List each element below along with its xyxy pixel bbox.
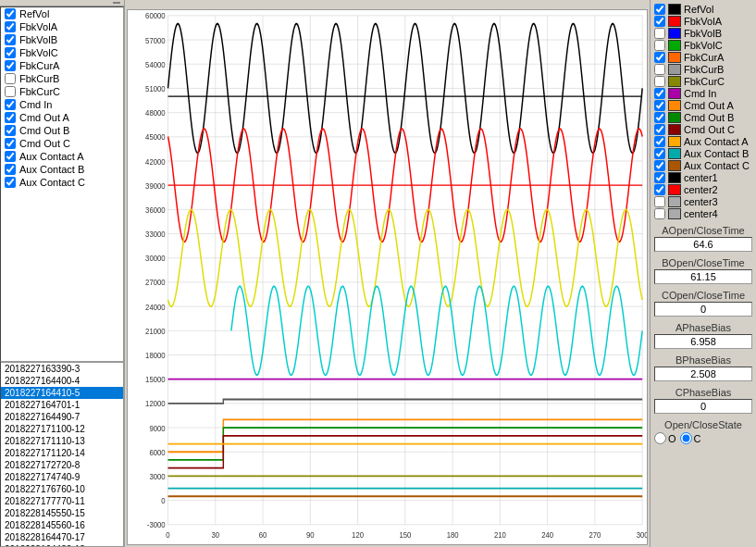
svg-rect-0 [128, 10, 647, 544]
legend-item[interactable]: FbkCurC [654, 76, 752, 87]
legend-item[interactable]: center3 [654, 196, 752, 207]
file-item[interactable]: 2018227176760-10 [1, 483, 123, 495]
field-section: AOpen/CloseTime64.6 [654, 225, 752, 252]
svg-text:48000: 48000 [145, 107, 166, 118]
file-item[interactable]: 2018227171120-14 [1, 447, 123, 459]
svg-text:90: 90 [306, 529, 315, 540]
field-section: APhaseBias6.958 [654, 322, 752, 349]
svg-text:42000: 42000 [145, 156, 166, 167]
collapse-button[interactable] [113, 2, 120, 4]
channel-item[interactable]: FbkVolB [1, 33, 123, 46]
svg-text:0: 0 [166, 529, 169, 540]
field-value[interactable]: 64.6 [654, 237, 752, 252]
channels-header [0, 0, 124, 6]
legend-item[interactable]: center2 [654, 184, 752, 195]
legend-item[interactable]: FbkVolB [654, 28, 752, 39]
svg-text:21000: 21000 [145, 326, 166, 336]
svg-text:300: 300 [637, 529, 647, 540]
legend-item[interactable]: Cmd Out A [654, 100, 752, 111]
field-section: BPhaseBias2.508 [654, 354, 752, 381]
file-item[interactable]: 2018228145550-15 [1, 507, 123, 519]
file-item[interactable]: 2018227164490-7 [1, 411, 123, 423]
svg-text:60: 60 [259, 529, 267, 540]
legend-item[interactable]: Aux Contact B [654, 148, 752, 159]
file-list: 2018227163390-32018227164400-42018227164… [0, 362, 124, 547]
svg-text:0: 0 [161, 495, 165, 505]
legend-item[interactable]: Cmd Out C [654, 124, 752, 135]
field-section: BOpen/CloseTime61.15 [654, 257, 752, 284]
file-item[interactable]: 2018228164480-18 [1, 543, 123, 547]
legend: RefVolFbkVolAFbkVolBFbkVolCFbkCurAFbkCur… [654, 4, 752, 219]
field-value[interactable]: 61.15 [654, 269, 752, 284]
channel-item[interactable]: Aux Contact A [1, 150, 123, 163]
field-value[interactable]: 6.958 [654, 334, 752, 349]
file-item[interactable]: 2018227164701-1 [1, 399, 123, 411]
legend-item[interactable]: center1 [654, 172, 752, 183]
channel-item[interactable]: Aux Contact B [1, 163, 123, 176]
channel-item[interactable]: FbkCurA [1, 59, 123, 72]
chart-title [125, 0, 650, 7]
chart-wrapper[interactable]: 6000057000540005100048000450004200039000… [127, 9, 648, 545]
legend-item[interactable]: RefVol [654, 4, 752, 15]
svg-text:51000: 51000 [145, 83, 166, 93]
svg-text:36000: 36000 [145, 205, 166, 215]
channel-item[interactable]: Aux Contact C [1, 176, 123, 189]
svg-text:6000: 6000 [149, 447, 165, 457]
file-item[interactable]: 2018227164410-5 [1, 387, 123, 399]
file-item[interactable]: 2018228145560-16 [1, 519, 123, 531]
file-item[interactable]: 2018227172720-8 [1, 459, 123, 471]
svg-text:15000: 15000 [145, 374, 166, 384]
channel-item[interactable]: FbkVolC [1, 46, 123, 59]
file-item[interactable]: 2018227177770-11 [1, 495, 123, 507]
legend-item[interactable]: Cmd In [654, 88, 752, 99]
svg-text:60000: 60000 [145, 11, 166, 21]
field-section: CPhaseBias0 [654, 387, 752, 414]
legend-item[interactable]: FbkCurB [654, 64, 752, 75]
svg-text:3000: 3000 [149, 471, 165, 481]
svg-text:18000: 18000 [145, 350, 166, 360]
channels-list: RefVolFbkVolAFbkVolBFbkVolCFbkCurAFbkCur… [0, 6, 124, 362]
file-item[interactable]: 2018227171100-12 [1, 423, 123, 435]
svg-text:30: 30 [211, 529, 219, 540]
channel-item[interactable]: FbkVolA [1, 20, 123, 33]
svg-text:12000: 12000 [145, 399, 166, 409]
svg-text:24000: 24000 [145, 302, 166, 312]
channel-item[interactable]: RefVol [1, 7, 123, 20]
svg-text:39000: 39000 [145, 180, 166, 191]
svg-text:27000: 27000 [145, 278, 166, 288]
field-value[interactable]: 0 [654, 399, 752, 414]
open-close-state-section: Open/CloseStateOC [654, 419, 752, 444]
svg-text:-3000: -3000 [147, 520, 166, 530]
legend-item[interactable]: FbkVolA [654, 16, 752, 27]
channel-item[interactable]: FbkCurC [1, 85, 123, 98]
field-value[interactable]: 0 [654, 302, 752, 317]
svg-text:240: 240 [541, 529, 553, 540]
channel-item[interactable]: Cmd Out A [1, 111, 123, 124]
channel-item[interactable]: Cmd Out C [1, 137, 123, 150]
right-panel: RefVolFbkVolAFbkVolBFbkVolCFbkCurAFbkCur… [650, 0, 756, 547]
svg-text:150: 150 [399, 529, 411, 540]
svg-text:9000: 9000 [149, 423, 165, 433]
legend-item[interactable]: Aux Contact C [654, 160, 752, 171]
channel-item[interactable]: FbkCurB [1, 72, 123, 85]
file-item[interactable]: 2018227164400-4 [1, 375, 123, 387]
left-panel: RefVolFbkVolAFbkVolBFbkVolCFbkCurAFbkCur… [0, 0, 125, 547]
channel-item[interactable]: Cmd Out B [1, 124, 123, 137]
legend-item[interactable]: Aux Contact A [654, 136, 752, 147]
center-panel: 6000057000540005100048000450004200039000… [125, 0, 650, 547]
file-item[interactable]: 2018227174740-9 [1, 471, 123, 483]
legend-item[interactable]: FbkVolC [654, 40, 752, 51]
channel-item[interactable]: Cmd In [1, 98, 123, 111]
legend-item[interactable]: center4 [654, 208, 752, 219]
svg-text:45000: 45000 [145, 132, 166, 143]
legend-item[interactable]: Cmd Out B [654, 112, 752, 123]
svg-text:30000: 30000 [145, 254, 166, 264]
field-value[interactable]: 2.508 [654, 367, 752, 381]
svg-text:210: 210 [494, 529, 506, 540]
file-item[interactable]: 2018227171110-13 [1, 435, 123, 447]
file-item[interactable]: 2018228164470-17 [1, 531, 123, 543]
svg-text:180: 180 [447, 529, 459, 540]
file-item[interactable]: 2018227163390-3 [1, 363, 123, 375]
svg-text:57000: 57000 [145, 35, 166, 45]
legend-item[interactable]: FbkCurA [654, 52, 752, 63]
